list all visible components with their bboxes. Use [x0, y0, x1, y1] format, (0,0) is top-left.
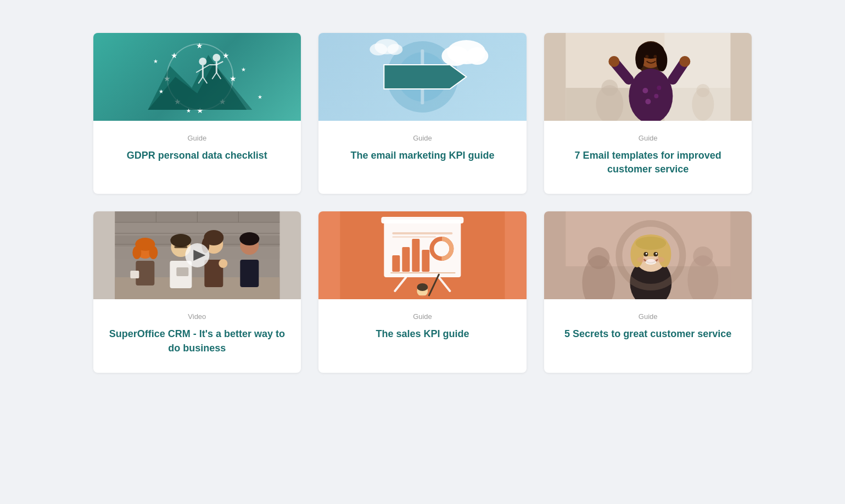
- svg-text:★: ★: [195, 41, 203, 50]
- card-body-sales: Guide The sales KPI guide: [318, 299, 527, 372]
- svg-text:★: ★: [159, 88, 164, 94]
- svg-point-48: [654, 94, 658, 98]
- card-image-sales: [318, 211, 527, 299]
- svg-point-60: [696, 84, 709, 97]
- svg-rect-84: [176, 267, 188, 276]
- card-title-video: SuperOffice CRM - It's a better way to d…: [109, 327, 286, 355]
- card-crm-video[interactable]: Video SuperOffice CRM - It's a better wa…: [93, 211, 301, 372]
- svg-point-11: [199, 58, 206, 65]
- card-gdpr[interactable]: ★ ★ ★ ★ ★ ★ ★ ★: [93, 33, 301, 194]
- card-image-customer: [544, 211, 752, 299]
- svg-point-36: [370, 43, 387, 55]
- svg-point-76: [132, 246, 141, 259]
- svg-point-58: [601, 80, 618, 96]
- card-type-customer: Guide: [639, 312, 658, 321]
- card-type-kpi: Guide: [413, 134, 432, 142]
- svg-rect-82: [174, 246, 187, 248]
- svg-point-129: [656, 253, 657, 255]
- svg-line-20: [216, 61, 223, 65]
- svg-text:★: ★: [170, 51, 177, 60]
- svg-point-89: [219, 259, 227, 268]
- svg-point-33: [441, 46, 469, 66]
- card-image-templates: [544, 33, 752, 121]
- svg-point-91: [239, 232, 259, 245]
- svg-point-34: [466, 47, 488, 65]
- svg-point-49: [645, 99, 651, 104]
- card-body-gdpr: Guide GDPR personal data checklist: [93, 121, 301, 194]
- card-type-templates: Guide: [639, 134, 658, 142]
- svg-point-131: [637, 257, 646, 262]
- svg-point-132: [656, 257, 664, 262]
- card-image-video: [93, 211, 301, 299]
- svg-rect-101: [402, 247, 410, 272]
- svg-point-37: [387, 44, 402, 55]
- card-body-kpi: Guide The email marketing KPI guide: [318, 121, 527, 194]
- svg-point-125: [635, 237, 666, 250]
- card-type-sales: Guide: [413, 312, 432, 321]
- svg-text:★: ★: [186, 108, 191, 114]
- card-type-gdpr: Guide: [187, 134, 206, 142]
- svg-rect-102: [412, 239, 419, 272]
- card-body-customer: Guide 5 Secrets to great customer servic…: [544, 299, 752, 372]
- card-customer-service[interactable]: Guide 5 Secrets to great customer servic…: [544, 211, 752, 372]
- card-image-gdpr: ★ ★ ★ ★ ★ ★ ★ ★: [93, 33, 301, 121]
- svg-point-118: [693, 247, 713, 266]
- svg-point-55: [645, 55, 648, 58]
- svg-rect-103: [422, 250, 429, 272]
- card-image-kpi: [318, 33, 527, 121]
- svg-rect-111: [416, 295, 429, 299]
- card-title-templates: 7 Email templates for improved customer …: [559, 149, 737, 176]
- svg-point-56: [653, 55, 657, 58]
- svg-rect-104: [392, 232, 452, 234]
- card-title-gdpr: GDPR personal data checklist: [127, 149, 267, 163]
- svg-text:★: ★: [241, 66, 246, 72]
- svg-rect-92: [240, 260, 259, 287]
- svg-point-81: [170, 234, 191, 247]
- resource-grid: ★ ★ ★ ★ ★ ★ ★ ★: [93, 33, 752, 373]
- svg-text:★: ★: [229, 74, 236, 83]
- card-title-sales: The sales KPI guide: [376, 327, 469, 341]
- svg-point-53: [608, 56, 619, 67]
- card-title-customer: 5 Secrets to great customer service: [564, 327, 731, 341]
- svg-point-128: [646, 253, 647, 255]
- svg-text:★: ★: [222, 51, 229, 60]
- card-email-templates[interactable]: Guide 7 Email templates for improved cus…: [544, 33, 752, 194]
- svg-text:★: ★: [153, 58, 158, 64]
- card-body-templates: Guide 7 Email templates for improved cus…: [544, 121, 752, 194]
- card-body-video: Video SuperOffice CRM - It's a better wa…: [93, 299, 301, 372]
- svg-text:★: ★: [258, 94, 262, 100]
- svg-rect-105: [392, 236, 436, 238]
- svg-rect-79: [130, 271, 139, 278]
- card-email-kpi[interactable]: Guide The email marketing KPI guide: [318, 33, 527, 194]
- svg-point-54: [679, 56, 690, 67]
- svg-point-130: [645, 259, 656, 265]
- svg-point-110: [417, 283, 428, 291]
- svg-rect-99: [381, 217, 463, 223]
- card-title-kpi: The email marketing KPI guide: [350, 149, 494, 163]
- svg-point-17: [212, 54, 220, 61]
- card-sales-kpi[interactable]: Guide The sales KPI guide: [318, 211, 527, 372]
- svg-point-116: [587, 247, 609, 269]
- svg-point-50: [657, 86, 661, 90]
- svg-point-45: [635, 49, 644, 69]
- svg-point-77: [149, 246, 158, 259]
- svg-point-47: [642, 88, 648, 93]
- svg-rect-64: [115, 223, 279, 234]
- svg-point-44: [656, 49, 667, 71]
- svg-rect-100: [392, 255, 400, 272]
- card-type-video: Video: [188, 312, 206, 321]
- svg-marker-31: [384, 65, 466, 89]
